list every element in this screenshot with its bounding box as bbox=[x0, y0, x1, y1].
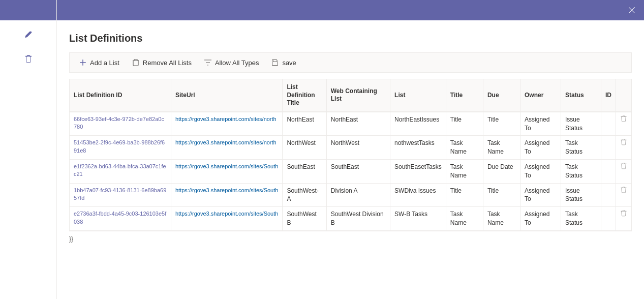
col-header-actions bbox=[616, 79, 632, 112]
table-cell-5: Task Name bbox=[446, 159, 483, 183]
table-cell-7: Assigned To bbox=[520, 207, 561, 231]
edit-sidebar-button[interactable] bbox=[18, 24, 39, 45]
add-list-button[interactable]: Add a List bbox=[74, 56, 125, 69]
table-cell-2: SouthWest B bbox=[283, 207, 326, 231]
table-cell-0: 51453be2-2f9c-4e69-ba3b-988b26f691e8 bbox=[70, 136, 171, 160]
main-content: List Definitions Add a List Remove All L… bbox=[57, 0, 644, 299]
table-cell-9 bbox=[601, 207, 616, 231]
col-header-web-containing: Web Containing List bbox=[326, 79, 390, 112]
table-cell-0: e1f2362a-bd63-44ba-bfca-33a07c1fec21 bbox=[70, 159, 171, 183]
list-definitions-table: List Definition ID SiteUrl ListDefinitio… bbox=[70, 79, 631, 231]
remove-all-lists-button[interactable]: Remove All Lists bbox=[127, 56, 197, 69]
footer-text: }} bbox=[69, 235, 632, 243]
table-cell-7: Assigned To bbox=[520, 112, 561, 136]
trash-row-icon bbox=[620, 163, 627, 170]
table-cell-1: https://rgove3.sharepoint.com/sites/nort… bbox=[171, 136, 282, 160]
row-delete-button[interactable] bbox=[616, 159, 632, 183]
table-cell-3: SouthWest Division B bbox=[326, 207, 390, 231]
table-cell-7: Assigned To bbox=[520, 183, 561, 207]
table-cell-8: Issue Status bbox=[561, 183, 601, 207]
table-cell-3: NorthEast bbox=[326, 112, 390, 136]
table-cell-9 bbox=[601, 136, 616, 160]
save-button[interactable]: save bbox=[266, 56, 301, 69]
table-row: 66fce63-93ef-4c3e-972b-de7e82a0c780https… bbox=[70, 112, 631, 136]
table-cell-1: https://rgove3.sharepoint.com/sites/Sout… bbox=[171, 207, 282, 231]
table-header-row: List Definition ID SiteUrl ListDefinitio… bbox=[70, 79, 631, 112]
table-cell-0: e2736a3f-fbdd-4a45-9c03-126103e5f038 bbox=[70, 207, 171, 231]
row-delete-button[interactable] bbox=[616, 207, 632, 231]
table-cell-7: Assigned To bbox=[520, 136, 561, 160]
delete-sidebar-button[interactable] bbox=[18, 49, 39, 69]
edit-icon bbox=[24, 30, 33, 39]
trash-row-icon bbox=[620, 115, 627, 123]
sidebar bbox=[0, 0, 57, 299]
table-row: e2736a3f-fbdd-4a45-9c03-126103e5f038http… bbox=[70, 207, 631, 231]
plus-icon bbox=[79, 58, 87, 67]
table-cell-9 bbox=[601, 112, 616, 136]
page-container: List Definitions Add a List Remove All L… bbox=[57, 20, 644, 299]
table-cell-3: SouthEast bbox=[326, 159, 390, 183]
col-header-title: Title bbox=[446, 79, 483, 112]
trash-row-icon bbox=[620, 139, 627, 146]
filter-icon bbox=[204, 58, 212, 67]
table-cell-3: NorthWest bbox=[326, 136, 390, 160]
page-title: List Definitions bbox=[69, 33, 632, 44]
table-cell-8: Task Status bbox=[561, 136, 601, 160]
table-cell-0: 66fce63-93ef-4c3e-972b-de7e82a0c780 bbox=[70, 112, 171, 136]
col-header-list-id: ID bbox=[601, 79, 616, 112]
table-cell-4: SWDiva Issues bbox=[390, 183, 446, 207]
top-bar bbox=[57, 0, 644, 20]
close-icon bbox=[628, 6, 636, 14]
table-cell-2: NorthEast bbox=[283, 112, 326, 136]
table-cell-4: SouthEasetTasks bbox=[390, 159, 446, 183]
table-cell-8: Task Status bbox=[561, 207, 601, 231]
table-cell-3: Division A bbox=[326, 183, 390, 207]
table-cell-6: Task Name bbox=[483, 136, 520, 160]
row-delete-button[interactable] bbox=[616, 112, 632, 136]
table-cell-2: NorthWest bbox=[283, 136, 326, 160]
col-header-due: Due bbox=[483, 79, 520, 112]
table-cell-1: https://rgove3.sharepoint.com/sites/Sout… bbox=[171, 159, 282, 183]
table-cell-4: NorthEastIssues bbox=[390, 112, 446, 136]
table-cell-4: nothwestTasks bbox=[390, 136, 446, 160]
table-cell-6: Title bbox=[483, 183, 520, 207]
table-cell-9 bbox=[601, 183, 616, 207]
table-cell-2: SouthEast bbox=[283, 159, 326, 183]
allow-all-types-button[interactable]: Allow All Types bbox=[199, 56, 264, 69]
sidebar-top-bar bbox=[0, 0, 56, 20]
row-delete-button[interactable] bbox=[616, 183, 632, 207]
table-cell-0: 1bb47a07-fc93-4136-8131-6e89ba6957fd bbox=[70, 183, 171, 207]
close-button[interactable] bbox=[620, 0, 644, 20]
table-cell-8: Task Status bbox=[561, 159, 601, 183]
col-header-owner: Owner bbox=[520, 79, 561, 112]
table-cell-5: Task Name bbox=[446, 136, 483, 160]
table-row: 51453be2-2f9c-4e69-ba3b-988b26f691e8http… bbox=[70, 136, 631, 160]
table-cell-1: https://rgove3.sharepoint.com/sites/nort… bbox=[171, 112, 282, 136]
table-row: e1f2362a-bd63-44ba-bfca-33a07c1fec21http… bbox=[70, 159, 631, 183]
table-cell-9 bbox=[601, 159, 616, 183]
table-row: 1bb47a07-fc93-4136-8131-6e89ba6957fdhttp… bbox=[70, 183, 631, 207]
col-header-list-def-title: ListDefinitionTitle bbox=[283, 79, 326, 112]
table-cell-2: SouthWest-A bbox=[283, 183, 326, 207]
table-cell-4: SW-B Tasks bbox=[390, 207, 446, 231]
trash-row-icon bbox=[620, 210, 627, 217]
trash-row-icon bbox=[620, 187, 627, 194]
table-cell-7: Assigned To bbox=[520, 159, 561, 183]
table-cell-5: Title bbox=[446, 183, 483, 207]
save-icon bbox=[271, 58, 279, 67]
col-header-id: List Definition ID bbox=[70, 79, 171, 112]
table-cell-6: Title bbox=[483, 112, 520, 136]
remove-list-icon bbox=[132, 58, 140, 67]
col-header-siteurl: SiteUrl bbox=[171, 79, 282, 112]
col-header-status: Status bbox=[561, 79, 601, 112]
table-cell-6: Task Name bbox=[483, 207, 520, 231]
table-cell-5: Task Name bbox=[446, 207, 483, 231]
toolbar: Add a List Remove All Lists Allow All Ty… bbox=[69, 52, 632, 73]
table-cell-1: https://rgove3.sharepoint.com/sites/Sout… bbox=[171, 183, 282, 207]
table-cell-5: Title bbox=[446, 112, 483, 136]
row-delete-button[interactable] bbox=[616, 136, 632, 160]
trash-icon bbox=[24, 54, 33, 64]
table-cell-6: Due Date bbox=[483, 159, 520, 183]
col-header-list: List bbox=[390, 79, 446, 112]
table-container: List Definition ID SiteUrl ListDefinitio… bbox=[69, 79, 632, 231]
